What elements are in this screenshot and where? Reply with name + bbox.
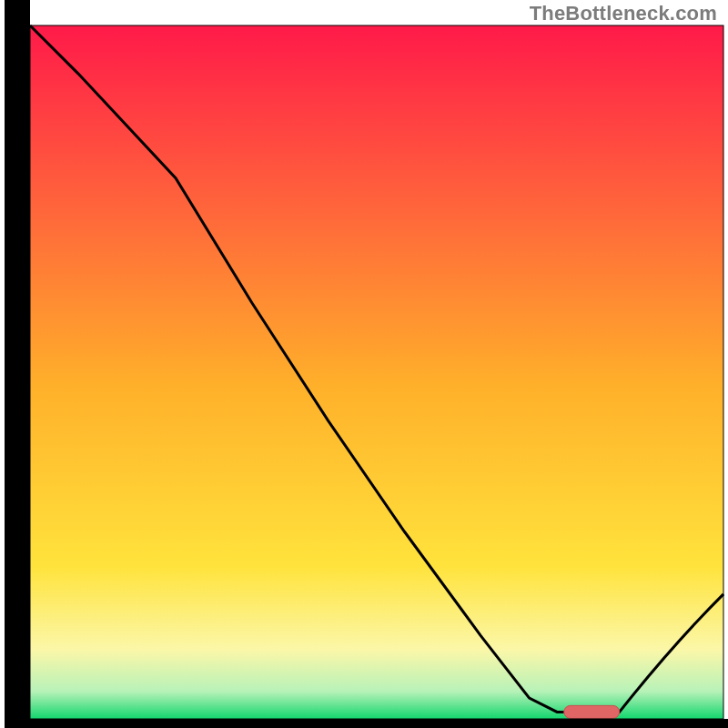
watermark-text: TheBottleneck.com: [530, 2, 717, 25]
x-axis: [0, 719, 728, 728]
chart-svg: [0, 0, 728, 728]
chart-frame: TheBottleneck.com: [0, 0, 728, 728]
plot-gradient-bg: [30, 25, 723, 719]
y-axis: [5, 0, 30, 728]
left-pad: [0, 0, 5, 728]
optimal-marker: [564, 705, 620, 718]
